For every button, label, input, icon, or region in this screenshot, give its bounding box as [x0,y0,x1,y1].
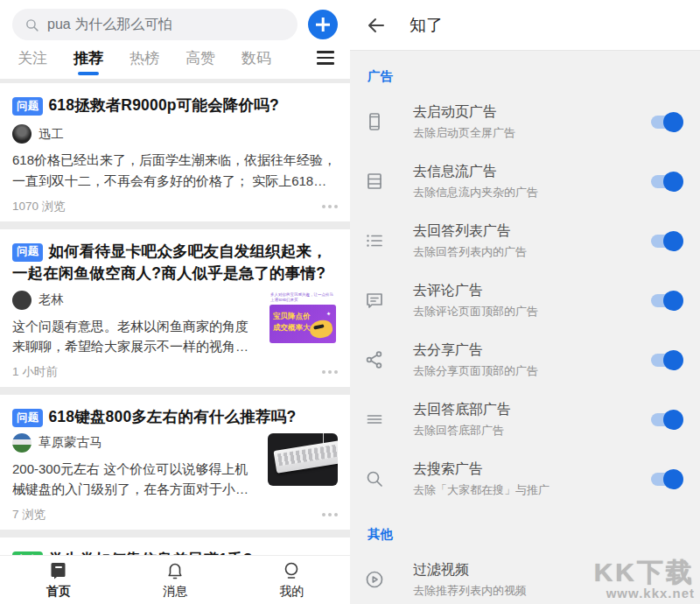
setting-title: 去回答底部广告 [413,401,651,419]
back-arrow-icon[interactable] [366,15,387,36]
setting-row-answer-bottom-ads[interactable]: 去回答底部广告 去除回答底部广告 [350,390,700,449]
settings-title: 知了 [410,14,443,37]
fish-cartoon-icon [308,318,334,340]
feed-app-header: pua 为什么那么可怕 关注 推荐 热榜 高赞 数码 [0,0,350,79]
feed-card-title: 问题如何看待显卡吧众多吧友自发组织起来，一起在闲鱼做空商人?商人似乎是急了的事情… [12,241,338,284]
tab-menu-icon[interactable] [317,51,334,67]
author-row[interactable]: 迅工 [12,124,338,144]
feed-tabs: 关注 推荐 热榜 高赞 数码 [12,40,338,79]
setting-subtitle: 去除分享页面顶部的广告 [413,363,651,379]
more-options-icon[interactable] [322,513,338,516]
tab-recommend[interactable]: 推荐 [72,41,105,79]
create-post-button[interactable] [308,10,338,39]
more-options-icon[interactable] [322,205,338,208]
feed-excerpt: 618价格已经出来了，后面学生潮来临，依据往年经验，一直到双十二，不再会有多好的… [12,150,338,191]
timestamp: 1 小时前 [12,364,58,380]
feed-list: 问题618拯救者R9000p可能会降价吗? 迅工 618价格已经出来了，后面学生… [0,83,350,604]
feed-list-icon [364,171,385,192]
bottom-navigation: 首页 消息 我的 [0,555,350,604]
promo-image: 宝贝降点价成交概率大 [270,305,336,342]
nav-profile[interactable]: 我的 [234,556,350,604]
nav-home[interactable]: 首页 [0,556,116,604]
search-icon [24,18,39,32]
setting-title: 去信息流广告 [413,163,651,181]
phone-icon [364,111,385,132]
feed-title-text: 618键盘800多左右的有什么推荐吗? [48,408,296,425]
tab-upvoted[interactable]: 高赞 [184,41,217,79]
toggle-comment-ads[interactable] [651,294,681,307]
feed-title-text: 如何看待显卡吧众多吧友自发组织起来，一起在闲鱼做空商人?商人似乎是急了的事情? [12,242,327,282]
feed-body-with-thumb: 老林 这个问题有意思。老林以闲鱼商家的角度来聊聊，希望给大家展示不一样的视角 1… [12,284,338,357]
toggle-feed-ads[interactable] [651,175,681,188]
feed-body-with-thumb: 草原蒙古马 200-300元左右 这个价位可以说够得上机械键盘的入门级别了，在各… [12,429,338,500]
view-count: 1070 浏览 [12,199,66,214]
share-icon [364,349,385,370]
setting-subtitle: 去除信息流内夹杂的广告 [413,185,651,200]
search-icon [364,468,385,489]
feed-card-title: 问题618拯救者R9000p可能会降价吗? [12,95,338,116]
home-book-icon [48,560,69,581]
toggle-search-ads[interactable] [651,473,681,486]
question-badge: 问题 [12,243,43,262]
setting-title: 去评论广告 [413,282,651,300]
toggle-answer-list-ads[interactable] [651,235,681,248]
section-label-other: 其他 [350,509,700,550]
tab-hot[interactable]: 热榜 [128,41,161,79]
bulleted-list-icon [364,230,385,251]
screenshot-root: pua 为什么那么可怕 关注 推荐 热榜 高赞 数码 问题618拯救者R9000… [0,0,700,604]
author-row[interactable]: 草原蒙古马 [12,433,259,453]
settings-header: 知了 [350,0,700,51]
setting-subtitle: 去除启动页全屏广告 [413,125,651,141]
more-options-icon[interactable] [322,370,338,374]
avatar [12,291,32,310]
nav-label: 消息 [163,584,187,600]
feed-meta-row: 1 小时前 [12,364,338,380]
feed-card[interactable]: 问题如何看待显卡吧众多吧友自发组织起来，一起在闲鱼做空商人?商人似乎是急了的事情… [0,229,350,388]
toggle-share-ads[interactable] [651,354,681,367]
setting-subtitle: 去除回答列表内的广告 [413,244,651,260]
setting-row-search-ads[interactable]: 去搜索广告 去除「大家都在搜」与推广 [350,449,700,509]
search-query: pua 为什么那么可怕 [47,16,172,34]
feed-card-title: 问题618键盘800多左右的有什么推荐吗? [12,406,338,428]
author-row[interactable]: 老林 [12,291,259,310]
search-input[interactable]: pua 为什么那么可怕 [12,9,298,40]
nav-messages[interactable]: 消息 [116,556,233,604]
nav-label: 首页 [46,584,71,600]
author-name: 迅工 [38,126,64,143]
search-bar-row: pua 为什么那么可怕 [12,9,338,40]
feed-meta-row: 1070 浏览 [12,199,338,214]
question-badge: 问题 [12,409,43,427]
feed-excerpt: 这个问题有意思。老林以闲鱼商家的角度来聊聊，希望给大家展示不一样的视角 1、自发… [12,316,259,357]
setting-subtitle: 去除评论页面顶部的广告 [413,304,651,320]
toggle-answer-bottom-ads[interactable] [651,413,681,426]
feed-thumbnail-keyboard [268,433,338,486]
lines-icon [364,409,385,430]
feed-card[interactable]: 问题618键盘800多左右的有什么推荐吗? 草原蒙古马 200-300元左右 这… [0,395,350,530]
author-name: 老林 [38,291,64,308]
setting-title: 过滤视频 [413,561,681,579]
setting-row-answer-list-ads[interactable]: 去回答列表广告 去除回答列表内的广告 [350,211,700,270]
play-circle-icon [364,569,385,590]
question-badge: 问题 [12,97,43,116]
settings-panel: 知了 广告 去启动页广告 去除启动页全屏广告 去信息流广告 去除信息流内夹杂的广… [350,0,700,604]
setting-row-feed-ads[interactable]: 去信息流广告 去除信息流内夹杂的广告 [350,151,700,211]
setting-title: 去启动页广告 [413,103,651,122]
comment-icon [364,290,385,311]
setting-row-share-ads[interactable]: 去分享广告 去除分享页面顶部的广告 [350,330,700,390]
promo-small-text: 多人对你的宝贝感兴趣，让一点价马上通知他们来买 [268,291,338,306]
feed-card[interactable]: 问题618拯救者R9000p可能会降价吗? 迅工 618价格已经出来了，后面学生… [0,83,350,221]
nav-label: 我的 [279,584,304,600]
setting-row-filter-video[interactable]: 过滤视频 去除推荐列表内的视频 [350,550,700,604]
author-name: 草原蒙古马 [38,434,102,451]
feed-app-panel: pua 为什么那么可怕 关注 推荐 热榜 高赞 数码 问题618拯救者R9000… [0,0,350,604]
setting-row-splash-ads[interactable]: 去启动页广告 去除启动页全屏广告 [350,92,700,151]
toggle-splash-ads[interactable] [651,116,681,129]
feed-meta-row: 7 浏览 [12,507,338,523]
feed-excerpt: 200-300元左右 这个价位可以说够得上机械键盘的入门级别了，在各方面对于小白… [12,459,259,500]
view-count: 7 浏览 [12,507,46,523]
setting-row-comment-ads[interactable]: 去评论广告 去除评论页面顶部的广告 [350,270,700,330]
tab-digital[interactable]: 数码 [240,41,273,79]
feed-thumbnail-promo: 多人对你的宝贝感兴趣，让一点价马上通知他们来买 宝贝降点价成交概率大 [268,291,338,345]
feed-title-text: 618拯救者R9000p可能会降价吗? [48,96,278,114]
tab-follow[interactable]: 关注 [16,41,49,79]
